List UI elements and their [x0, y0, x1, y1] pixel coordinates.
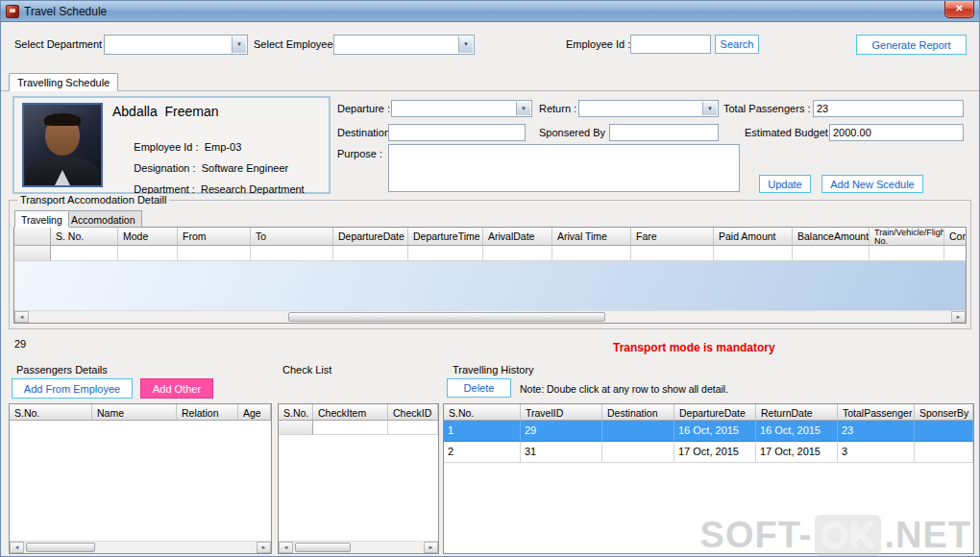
cell-destination[interactable]: [602, 421, 674, 442]
transport-grid-new-row[interactable]: [14, 246, 966, 261]
cell-sno[interactable]: 1: [444, 421, 521, 442]
cell-sno[interactable]: 2: [444, 442, 521, 463]
passengers-grid-header: S.No. Name Relation Age: [10, 404, 271, 421]
grid-cell-empty[interactable]: [408, 246, 483, 261]
grid-cell-empty[interactable]: [118, 246, 178, 261]
chevron-down-icon[interactable]: ▼: [516, 102, 530, 115]
title-bar[interactable]: Travel Schedule ✕: [1, 1, 979, 22]
add-other-button[interactable]: Add Other: [140, 378, 213, 399]
grid-cell-empty[interactable]: [388, 421, 438, 435]
grid-cell-empty[interactable]: [552, 246, 631, 261]
return-date-picker[interactable]: Friday , October 16, 2015 ▼: [578, 100, 719, 117]
passengers-horizontal-scrollbar[interactable]: ◄ ►: [10, 541, 271, 553]
column-header[interactable]: SponserBy: [915, 404, 973, 420]
transport-horizontal-scrollbar[interactable]: ◄ ►: [14, 310, 966, 323]
column-header[interactable]: S. No.: [51, 228, 118, 245]
column-header[interactable]: From: [178, 228, 251, 245]
column-header[interactable]: Arival Time: [552, 228, 631, 245]
tab-accomodation[interactable]: Accomodation: [64, 210, 142, 228]
grid-cell-empty[interactable]: [483, 246, 552, 261]
column-header[interactable]: Relation: [177, 404, 238, 420]
scroll-left-icon[interactable]: ◄: [14, 311, 29, 323]
column-header[interactable]: TotalPassenger: [838, 404, 915, 420]
chevron-down-icon[interactable]: ▼: [702, 102, 717, 115]
column-header[interactable]: Age: [238, 404, 271, 420]
close-button[interactable]: ✕: [944, 1, 974, 18]
column-header[interactable]: To: [251, 228, 333, 245]
employee-id-input[interactable]: [630, 35, 711, 54]
chevron-down-icon[interactable]: ▼: [232, 36, 246, 53]
cell-travel-id[interactable]: 31: [521, 442, 602, 463]
cell-sponser-by[interactable]: [915, 421, 973, 442]
grid-cell-empty[interactable]: [51, 246, 118, 261]
column-header[interactable]: S.No.: [444, 404, 521, 420]
scrollbar-thumb[interactable]: [295, 543, 351, 552]
column-header[interactable]: Mode: [118, 228, 178, 245]
select-department-combobox[interactable]: --Select Department-- ▼: [104, 35, 248, 55]
grid-cell-empty[interactable]: [631, 246, 714, 261]
tab-traveling[interactable]: Traveling: [14, 210, 69, 228]
add-new-schedule-button[interactable]: Add New Scedule: [821, 175, 923, 193]
grid-cell-empty[interactable]: [333, 246, 408, 261]
search-button[interactable]: Search: [715, 35, 759, 54]
column-header[interactable]: S.No.: [10, 404, 92, 420]
column-header[interactable]: ArivalDate: [483, 228, 552, 245]
destination-input[interactable]: [388, 124, 526, 141]
scrollbar-thumb[interactable]: [288, 312, 605, 322]
column-header[interactable]: TravelID: [521, 404, 602, 420]
column-header[interactable]: S.No.: [279, 404, 313, 420]
cell-total-passenger[interactable]: 23: [838, 421, 915, 442]
purpose-textarea[interactable]: [388, 144, 740, 192]
column-header[interactable]: Destination: [602, 404, 674, 420]
checklist-grid-new-row[interactable]: [279, 421, 438, 435]
sponsered-by-input[interactable]: [609, 124, 719, 141]
column-header[interactable]: DepartureDate: [674, 404, 756, 420]
column-header[interactable]: Fare: [631, 228, 714, 245]
estimated-budget-input[interactable]: [829, 124, 964, 141]
cell-return-date[interactable]: 16 Oct, 2015: [756, 421, 838, 442]
grid-cell-empty[interactable]: [178, 246, 251, 261]
column-header[interactable]: CheckID: [388, 404, 438, 420]
tab-travelling-schedule[interactable]: Travelling Schedule: [9, 73, 118, 91]
column-header[interactable]: ReturnDate: [756, 404, 838, 420]
chevron-down-icon[interactable]: ▼: [458, 36, 473, 53]
departure-date-picker[interactable]: Friday , October 16, 2015 ▼: [391, 100, 532, 117]
total-passengers-input[interactable]: [813, 100, 964, 117]
scroll-right-icon[interactable]: ►: [424, 542, 438, 553]
cell-total-passenger[interactable]: 3: [838, 442, 915, 463]
grid-cell-empty[interactable]: [251, 246, 333, 261]
column-header[interactable]: Train/Vehicle/Fligh No.: [870, 228, 944, 245]
grid-cell-empty[interactable]: [944, 246, 967, 261]
grid-cell-empty[interactable]: [870, 246, 944, 261]
update-button[interactable]: Update: [759, 175, 811, 193]
grid-cell-empty[interactable]: [313, 421, 388, 435]
cell-return-date[interactable]: 17 Oct, 2015: [756, 442, 838, 463]
scroll-right-icon[interactable]: ►: [257, 542, 271, 553]
grid-cell-empty[interactable]: [714, 246, 793, 261]
history-grid-background: [444, 463, 973, 553]
column-header[interactable]: Paid Amount: [714, 228, 793, 245]
scroll-right-icon[interactable]: ►: [951, 311, 966, 323]
column-header[interactable]: Conta: [944, 228, 967, 245]
table-row-selected[interactable]: 1 29 16 Oct, 2015 16 Oct, 2015 23: [444, 421, 973, 442]
column-header[interactable]: DepartureDate: [333, 228, 408, 245]
checklist-horizontal-scrollbar[interactable]: ◄ ►: [279, 541, 438, 553]
cell-sponser-by[interactable]: [915, 442, 973, 463]
scroll-left-icon[interactable]: ◄: [10, 542, 24, 553]
column-header[interactable]: BalanceAmount: [793, 228, 870, 245]
column-header[interactable]: DepartureTime: [408, 228, 483, 245]
cell-destination[interactable]: [602, 442, 674, 463]
cell-departure-date[interactable]: 17 Oct, 2015: [674, 442, 756, 463]
table-row[interactable]: 2 31 17 Oct, 2015 17 Oct, 2015 3: [444, 442, 973, 463]
column-header[interactable]: Name: [92, 404, 177, 420]
generate-report-button[interactable]: Generate Report: [856, 35, 967, 55]
column-header[interactable]: CheckItem: [313, 404, 388, 420]
scroll-left-icon[interactable]: ◄: [279, 542, 293, 553]
delete-button[interactable]: Delete: [447, 378, 511, 398]
grid-cell-empty[interactable]: [793, 246, 870, 261]
cell-travel-id[interactable]: 29: [521, 421, 602, 442]
cell-departure-date[interactable]: 16 Oct, 2015: [674, 421, 756, 442]
select-employee-combobox[interactable]: Abdalla Freeman ▼: [333, 35, 475, 55]
scrollbar-thumb[interactable]: [26, 543, 95, 552]
add-from-employee-button[interactable]: Add From Employee: [12, 378, 133, 399]
